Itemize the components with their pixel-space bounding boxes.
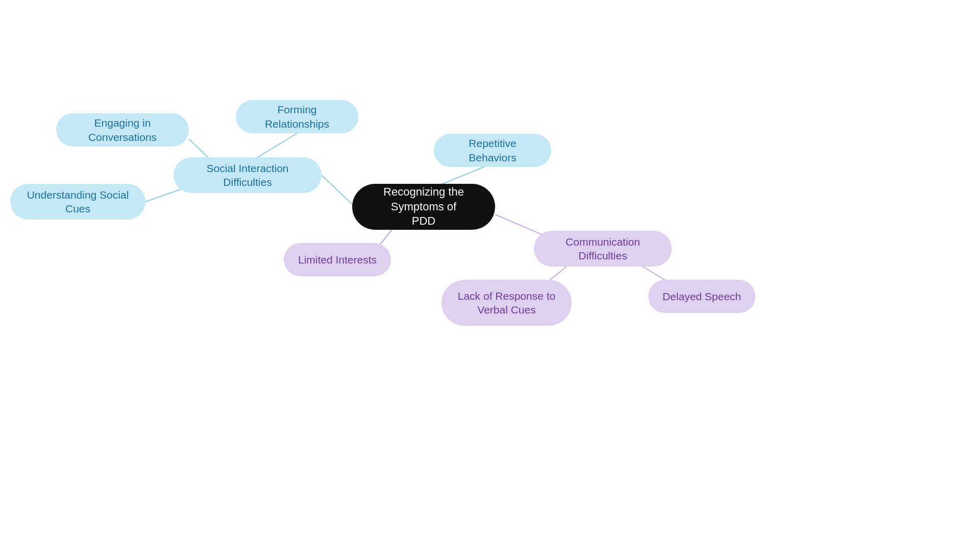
delayed-speech-node[interactable]: Delayed Speech [648,280,755,313]
understanding-social-cues-label: Understanding Social Cues [22,188,133,216]
engaging-conversations-node[interactable]: Engaging in Conversations [56,113,189,147]
communication-difficulties-label: Communication Difficulties [546,235,659,263]
lack-of-response-node[interactable]: Lack of Response to Verbal Cues [442,280,572,326]
understanding-social-cues-node[interactable]: Understanding Social Cues [10,184,145,220]
engaging-conversations-label: Engaging in Conversations [68,116,177,144]
social-interaction-label: Social Interaction Difficulties [186,161,309,189]
social-interaction-node[interactable]: Social Interaction Difficulties [174,157,322,193]
repetitive-behaviors-node[interactable]: Repetitive Behaviors [434,134,551,167]
repetitive-behaviors-label: Repetitive Behaviors [446,136,539,164]
delayed-speech-label: Delayed Speech [663,290,741,303]
limited-interests-label: Limited Interests [298,253,377,267]
center-node-label: Recognizing the Symptoms of PDD [364,185,483,229]
center-node[interactable]: Recognizing the Symptoms of PDD [352,184,495,230]
limited-interests-node[interactable]: Limited Interests [284,243,391,276]
svg-line-0 [322,175,352,204]
forming-relationships-label: Forming Relationships [248,103,346,131]
lack-of-response-label: Lack of Response to Verbal Cues [454,289,559,317]
communication-difficulties-node[interactable]: Communication Difficulties [534,231,672,267]
forming-relationships-node[interactable]: Forming Relationships [236,100,358,133]
